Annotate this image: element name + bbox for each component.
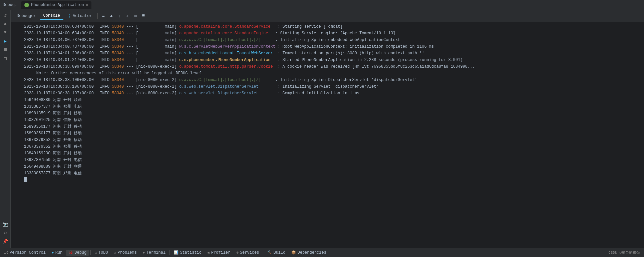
toolbar-btn-grid[interactable]: ⊞ [132, 12, 139, 20]
status-debug-label: Debug [74, 250, 86, 255]
status-terminal[interactable]: ▶ Terminal [140, 250, 168, 256]
version-control-icon: ⎇ [4, 250, 8, 255]
status-bar: ⎇ Version Control ▶ Run 🐞 Debug ☑ TODO ⚠… [0, 248, 644, 257]
status-statistic-label: Statistic [180, 250, 202, 255]
cursor-line [11, 177, 644, 184]
status-dependencies-label: Dependencies [297, 250, 326, 255]
run-icon: ▶ [52, 250, 54, 255]
data-line-8: 13673379352 河南 郑州 移动 [11, 143, 644, 150]
status-dependencies[interactable]: 📦 Dependencies [289, 250, 329, 256]
status-version-control-label: Version Control [10, 250, 46, 255]
tab-debugger[interactable]: Debugger [13, 12, 39, 20]
debug-icon: 🐞 [68, 250, 73, 255]
data-line-6: 15890350177 河南 开封 移动 [11, 130, 644, 137]
status-version-control[interactable]: ⎇ Version Control [1, 250, 48, 256]
data-line-12: 13333857377 河南 郑州 电信 [11, 170, 644, 177]
sidebar-icon-settings[interactable]: ⚙ [2, 229, 9, 236]
toolbar-btn-menu[interactable]: ≡ [100, 12, 107, 20]
status-terminal-label: Terminal [146, 250, 166, 255]
tab-close-btn[interactable]: ✕ [86, 3, 88, 7]
dependencies-icon: 📦 [291, 250, 296, 255]
status-sep-1 [90, 250, 91, 255]
services-icon: ⚙ [236, 250, 239, 255]
build-icon: 🔨 [267, 250, 272, 255]
sidebar-icon-pin[interactable]: 📌 [2, 238, 9, 245]
toolbar-btn-down2[interactable]: ⇓ [124, 12, 131, 20]
terminal-icon: ▶ [143, 250, 145, 255]
status-todo-label: TODO [98, 250, 108, 255]
status-right-text: CSDN @鬼畜的稀饭 [608, 250, 643, 255]
data-line-7: 13673379352 河南 郑州 移动 [11, 137, 644, 143]
sidebar-icon-play[interactable]: ▶ [2, 37, 9, 45]
main-area: ↺ ▲ ▼ ▶ ⏹ 🗑 📷 ⚙ 📌 Debugger Console ⊹ Act… [0, 10, 644, 248]
status-build[interactable]: 🔨 Build [265, 250, 288, 256]
tab-name: PhoneNumberApplication [31, 3, 84, 7]
sidebar-icon-delete[interactable]: 🗑 [2, 55, 9, 62]
statistic-icon: 📊 [174, 250, 179, 255]
status-todo[interactable]: ☑ TODO [92, 250, 110, 256]
data-line-9: 13849159230 河南 开封 移动 [11, 150, 644, 157]
debug-label: Debug: [3, 3, 17, 7]
status-statistic[interactable]: 📊 Statistic [171, 250, 204, 256]
log-note-1: Note: further occurrences of this error … [11, 70, 644, 77]
log-line-1: 2023-10-18T10:34:00.634+08:00 INFO 58340… [11, 23, 644, 30]
title-bar: Debug: PhoneNumberApplication ✕ [0, 0, 644, 10]
input-cursor [24, 177, 27, 182]
log-line-4: 2023-10-18T10:34:00.737+08:00 INFO 58340… [11, 43, 644, 50]
left-sidebar: ↺ ▲ ▼ ▶ ⏹ 🗑 📷 ⚙ 📌 [0, 10, 11, 248]
data-line-4: 15037601625 河南 信阳 移动 [11, 117, 644, 123]
log-line-3: 2023-10-18T10:34:00.737+08:00 INFO 58340… [11, 37, 644, 43]
log-line-7: 2023-10-18T10:38:38.099+08:00 INFO 58340… [11, 63, 644, 70]
data-line-1: 15649408889 河南 开封 联通 [11, 97, 644, 103]
tab-actuator[interactable]: ⊹ Actuator [64, 12, 95, 20]
debug-toolbar: Debugger Console ⊹ Actuator ≡ ▲ ↓ ⇓ ⊞ ≣ [11, 10, 644, 22]
status-profiler[interactable]: ◉ Profiler [205, 250, 233, 256]
log-line-5: 2023-10-18T10:34:01.206+08:00 INFO 58340… [11, 50, 644, 57]
status-debug[interactable]: 🐞 Debug [66, 250, 89, 256]
status-build-label: Build [273, 250, 285, 255]
todo-icon: ☑ [95, 250, 97, 255]
toolbar-separator-1 [97, 13, 98, 19]
status-sep-2 [170, 250, 170, 255]
status-run[interactable]: ▶ Run [49, 250, 65, 256]
log-line-10: 2023-10-18T10:38:38.107+08:00 INFO 58340… [11, 90, 644, 97]
status-services-label: Services [240, 250, 259, 255]
sidebar-icon-camera[interactable]: 📷 [2, 220, 9, 228]
tab-console[interactable]: Console [40, 12, 63, 20]
status-sep-3 [263, 250, 263, 255]
console-output[interactable]: 2023-10-18T10:34:00.634+08:00 INFO 58340… [11, 22, 644, 248]
content-area: Debugger Console ⊹ Actuator ≡ ▲ ↓ ⇓ ⊞ ≣ … [11, 10, 644, 248]
sidebar-icon-stop[interactable]: ⏹ [2, 46, 9, 53]
sidebar-icon-rerun[interactable]: ↺ [2, 11, 9, 19]
data-line-2: 13333857377 河南 郑州 电信 [11, 103, 644, 110]
status-problems-label: Problems [117, 250, 137, 255]
sidebar-icon-up[interactable]: ▲ [2, 20, 9, 27]
data-line-11: 15649408889 河南 开封 联通 [11, 163, 644, 170]
problems-icon: ⚠ [114, 250, 116, 255]
status-profiler-label: Profiler [211, 250, 231, 255]
app-tab[interactable]: PhoneNumberApplication ✕ [21, 1, 91, 9]
log-line-8: 2023-10-18T10:38:38.106+08:00 INFO 58340… [11, 77, 644, 83]
data-line-3: 18898135919 河南 开封 移动 [11, 110, 644, 117]
data-line-5: 15890350177 河南 开封 移动 [11, 123, 644, 130]
tab-icon [24, 3, 29, 7]
log-line-6: 2023-10-18T10:34:01.217+08:00 INFO 58340… [11, 57, 644, 63]
sidebar-icon-down[interactable]: ▼ [2, 29, 9, 36]
status-run-label: Run [55, 250, 63, 255]
log-line-2: 2023-10-18T10:34:00.634+08:00 INFO 58340… [11, 30, 644, 37]
profiler-icon: ◉ [208, 250, 210, 255]
toolbar-btn-list[interactable]: ≣ [140, 12, 147, 20]
log-line-9: 2023-10-18T10:38:38.106+08:00 INFO 58340… [11, 83, 644, 90]
toolbar-btn-down1[interactable]: ↓ [116, 12, 123, 20]
toolbar-btn-up[interactable]: ▲ [108, 12, 115, 20]
status-services[interactable]: ⚙ Services [234, 250, 262, 256]
data-line-10: 18937807559 河南 开封 电信 [11, 157, 644, 163]
status-problems[interactable]: ⚠ Problems [111, 250, 139, 256]
